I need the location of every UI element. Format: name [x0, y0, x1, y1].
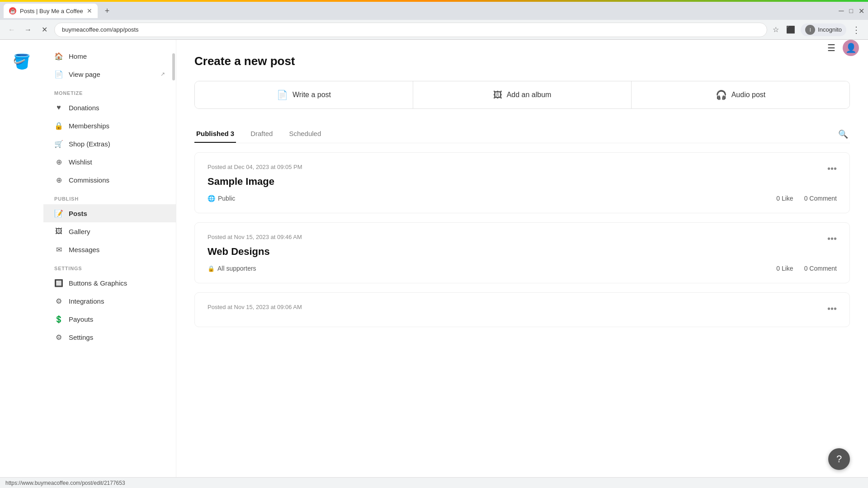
post-visibility-2: 🔒 All supporters — [208, 265, 256, 272]
sidebar: 🪣 🏠 Home 📄 View page ↗ MONETIZE ♥ Donati… — [0, 40, 176, 488]
browser-chrome: ☕ Posts | Buy Me a Coffee ✕ + ─ □ ✕ ← → … — [0, 2, 868, 40]
shop-icon: 🛒 — [54, 139, 63, 148]
sidebar-item-wishlist[interactable]: ⊕ Wishlist — [43, 153, 176, 171]
sidebar-item-integrations[interactable]: ⚙ Integrations — [43, 292, 176, 310]
sidebar-item-home[interactable]: 🏠 Home — [43, 47, 176, 65]
audio-post-button[interactable]: 🎧 Audio post — [632, 81, 849, 108]
status-bar: https://www.buymeacoffee.com/post/edit/2… — [0, 477, 868, 488]
sidebar-item-posts-label: Posts — [69, 210, 87, 217]
write-post-button[interactable]: 📄 Write a post — [195, 81, 413, 108]
sidebar-item-gallery-label: Gallery — [69, 228, 90, 235]
app-wrapper: 🪣 🏠 Home 📄 View page ↗ MONETIZE ♥ Donati… — [0, 40, 868, 488]
write-post-icon: 📄 — [277, 89, 288, 100]
post-title-1: Sample Image — [208, 176, 837, 188]
tab-scheduled[interactable]: Scheduled — [287, 125, 323, 143]
extensions-button[interactable]: ⬛ — [784, 23, 797, 36]
posts-icon: 📝 — [54, 209, 63, 218]
page-title: Create a new post — [194, 54, 850, 68]
post-card-2: ••• Posted at Nov 15, 2023 at 09:46 AM W… — [194, 222, 850, 283]
add-album-button[interactable]: 🖼 Add an album — [413, 81, 632, 108]
lock-icon: 🔒 — [208, 265, 215, 272]
home-icon: 🏠 — [54, 52, 63, 61]
wishlist-icon: ⊕ — [54, 157, 63, 166]
hamburger-button[interactable]: ☰ — [827, 42, 835, 53]
profile-label: Incognito — [818, 26, 842, 33]
integrations-icon: ⚙ — [54, 296, 63, 305]
post-meta-3: Posted at Nov 15, 2023 at 09:06 AM — [208, 304, 837, 310]
publish-section-label: PUBLISH — [43, 189, 176, 204]
sidebar-item-view-page-label: View page — [69, 70, 100, 78]
browser-topbar: ☕ Posts | Buy Me a Coffee ✕ + ─ □ ✕ — [0, 2, 868, 20]
post-title-2: Web Designs — [208, 246, 837, 258]
audio-post-label: Audio post — [731, 91, 766, 99]
sidebar-item-commissions-label: Commissions — [69, 176, 109, 184]
post-comments-2: 0 Comment — [804, 265, 837, 272]
address-url: buymeacoffee.com/app/posts — [62, 26, 139, 33]
maximize-button[interactable]: □ — [849, 7, 853, 14]
post-menu-button-2[interactable]: ••• — [824, 232, 840, 246]
reload-button[interactable]: ✕ — [38, 23, 51, 36]
payouts-icon: 💲 — [54, 314, 63, 324]
sidebar-item-messages-label: Messages — [69, 246, 99, 253]
sidebar-top-nav: 🏠 Home 📄 View page ↗ MONETIZE ♥ Donation… — [43, 47, 176, 488]
address-bar[interactable]: buymeacoffee.com/app/posts — [54, 23, 767, 37]
minimize-button[interactable]: ─ — [839, 7, 844, 15]
browser-tab[interactable]: ☕ Posts | Buy Me a Coffee ✕ — [4, 4, 98, 18]
post-menu-button-1[interactable]: ••• — [824, 162, 840, 176]
sidebar-item-memberships-label: Memberships — [69, 122, 109, 130]
create-post-row: 📄 Write a post 🖼 Add an album 🎧 Audio po… — [194, 81, 850, 109]
post-card-3: ••• Posted at Nov 15, 2023 at 09:06 AM — [194, 292, 850, 327]
write-post-label: Write a post — [292, 91, 331, 99]
app-topbar: ☰ 👤 — [827, 40, 859, 56]
back-button[interactable]: ← — [5, 23, 18, 36]
tabs-row: Published 3 Drafted Scheduled 🔍 — [194, 125, 850, 143]
post-footer-2: 🔒 All supporters 0 Like 0 Comment — [208, 265, 837, 272]
tab-drafted[interactable]: Drafted — [249, 125, 274, 143]
post-stats-1: 0 Like 0 Comment — [776, 195, 837, 202]
post-stats-2: 0 Like 0 Comment — [776, 265, 837, 272]
messages-icon: ✉ — [54, 245, 63, 254]
tab-published[interactable]: Published 3 — [194, 125, 236, 143]
status-url: https://www.buymeacoffee.com/post/edit/2… — [5, 480, 125, 486]
post-footer-1: 🌐 Public 0 Like 0 Comment — [208, 195, 837, 202]
search-button[interactable]: 🔍 — [836, 127, 850, 141]
user-avatar[interactable]: 👤 — [843, 40, 859, 56]
sidebar-item-messages[interactable]: ✉ Messages — [43, 240, 176, 258]
sidebar-item-settings[interactable]: ⚙ Settings — [43, 328, 176, 346]
sidebar-item-home-label: Home — [69, 52, 87, 60]
sidebar-scrollbar-thumb — [172, 53, 175, 80]
sidebar-item-view-page[interactable]: 📄 View page ↗ — [43, 65, 176, 83]
browser-menu-button[interactable]: ⋮ — [850, 23, 863, 37]
help-button[interactable]: ? — [828, 448, 850, 470]
sidebar-item-posts[interactable]: 📝 Posts — [43, 204, 176, 222]
sidebar-item-shop[interactable]: 🛒 Shop (Extras) — [43, 135, 176, 153]
close-window-button[interactable]: ✕ — [859, 7, 864, 15]
browser-nav: ← → ✕ buymeacoffee.com/app/posts ☆ ⬛ I I… — [0, 20, 868, 40]
tab-favicon: ☕ — [9, 7, 16, 14]
bookmark-button[interactable]: ☆ — [771, 23, 781, 36]
commissions-icon: ⊕ — [54, 175, 63, 184]
sidebar-item-gallery[interactable]: 🖼 Gallery — [43, 222, 176, 240]
post-visibility-label-1: Public — [218, 195, 235, 202]
tab-close-button[interactable]: ✕ — [87, 7, 92, 14]
new-tab-button[interactable]: + — [101, 5, 113, 18]
sidebar-item-donations[interactable]: ♥ Donations — [43, 99, 176, 117]
post-card-1: ••• Posted at Dec 04, 2023 at 09:05 PM S… — [194, 152, 850, 213]
gallery-icon: 🖼 — [54, 227, 63, 236]
sidebar-item-commissions[interactable]: ⊕ Commissions — [43, 171, 176, 189]
sidebar-item-payouts[interactable]: 💲 Payouts — [43, 310, 176, 328]
profile-button[interactable]: I Incognito — [801, 23, 846, 36]
main-content: ☰ 👤 Create a new post 📄 Write a post 🖼 A… — [176, 40, 868, 488]
post-comments-1: 0 Comment — [804, 195, 837, 202]
sidebar-item-buttons-graphics[interactable]: 🔲 Buttons & Graphics — [43, 274, 176, 292]
forward-button[interactable]: → — [22, 23, 34, 36]
tab-title: Posts | Buy Me a Coffee — [20, 8, 83, 14]
post-menu-button-3[interactable]: ••• — [824, 302, 840, 316]
sidebar-logo: 🪣 — [0, 47, 43, 488]
external-link-icon: ↗ — [160, 71, 165, 77]
logo-icon: 🪣 — [11, 51, 33, 72]
post-visibility-1: 🌐 Public — [208, 195, 235, 202]
sidebar-item-memberships[interactable]: 🔒 Memberships — [43, 117, 176, 135]
sidebar-item-payouts-label: Payouts — [69, 315, 93, 323]
sidebar-scrollbar[interactable] — [172, 40, 175, 488]
